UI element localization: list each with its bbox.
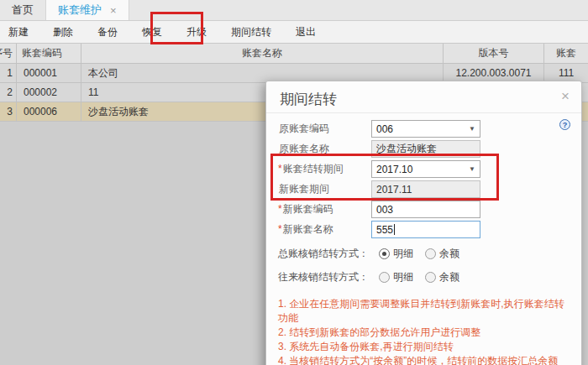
source-code-dropdown[interactable]: 006 ▼ xyxy=(371,120,480,138)
note-4: 4. 当核销结转方式为“按余额”的时候，结转前的数据按汇总余额进行账龄分析，结转… xyxy=(278,354,567,365)
source-code-label: 原账套编码 xyxy=(279,123,329,134)
source-code-value: 006 xyxy=(376,123,393,135)
table-header-row: 序号 账套编码 账套名称 版本号 账套 xyxy=(0,44,588,64)
column-header-code: 账套编码 xyxy=(17,44,81,63)
current-accounts-method-label: 往来核销结转方式： xyxy=(278,270,371,284)
period-carryover-dialog: 期间结转 × ? 原账套编码 006 ▼ 原账套名称 沙盘活动账套 *账套结转期… xyxy=(265,81,582,365)
dialog-close-icon[interactable]: × xyxy=(561,89,570,103)
new-code-value: 003 xyxy=(376,204,393,216)
close-tab-icon[interactable]: × xyxy=(110,5,117,16)
radio-unselected-icon[interactable] xyxy=(425,272,436,283)
radio-row-current-accounts: 往来核销结转方式： 明细 余额 xyxy=(278,269,566,285)
column-header-index: 序号 xyxy=(0,44,17,63)
cell-code: 000001 xyxy=(17,64,81,82)
help-icon[interactable]: ? xyxy=(559,119,570,130)
note-3: 3. 系统先自动备份账套,再进行期间结转 xyxy=(278,340,567,354)
chevron-down-icon: ▼ xyxy=(469,126,475,133)
cell-index: 2 xyxy=(0,83,17,102)
toolbar: 新建 删除 备份 恢复 升级 期间结转 退出 xyxy=(0,21,588,44)
note-1: 1. 企业在任意期间需要调整账目并结转到新账套时,执行账套结转功能 xyxy=(278,297,567,326)
tab-label: 账套维护 xyxy=(58,3,102,18)
cell-extra: 111 xyxy=(544,64,588,82)
tab-bar: 首页 账套维护 × xyxy=(0,0,588,21)
field-row-source-code: 原账套编码 006 ▼ xyxy=(278,120,566,138)
backup-button[interactable]: 备份 xyxy=(91,22,124,43)
column-header-name: 账套名称 xyxy=(81,44,444,63)
tab-home-label: 首页 xyxy=(12,3,34,18)
new-code-input[interactable]: 003 xyxy=(371,201,480,218)
annotation-box-period-button xyxy=(150,12,203,44)
column-header-clipped: 账套 xyxy=(544,44,588,63)
new-name-label: 新账套名称 xyxy=(283,223,333,235)
cell-version: 12.200.003.0071 xyxy=(444,64,544,82)
instruction-notes: 1. 企业在任意期间需要调整账目并结转到新账套时,执行账套结转功能 2. 结转到… xyxy=(278,297,567,365)
exit-button[interactable]: 退出 xyxy=(289,22,323,43)
radio-row-general-ledger: 总账核销结转方式： 明细 余额 xyxy=(278,245,566,262)
app-window: 首页 账套维护 × 新建 删除 备份 恢复 升级 期间结转 退出 序号 账套编码… xyxy=(0,0,588,365)
tab-account-set-maintenance[interactable]: 账套维护 × xyxy=(45,0,129,20)
radio-option-detail[interactable]: 明细 xyxy=(379,270,413,284)
cell-index: 3 xyxy=(0,102,17,121)
new-code-label: 新账套编码 xyxy=(283,203,333,215)
period-carryover-button[interactable]: 期间结转 xyxy=(224,22,278,43)
note-2: 2. 结转到新账套的部分数据允许用户进行调整 xyxy=(278,326,567,340)
annotation-box-period-fields xyxy=(270,154,499,201)
new-button[interactable]: 新建 xyxy=(2,22,35,43)
source-name-label: 原账套名称 xyxy=(279,143,329,154)
required-marker: * xyxy=(278,203,282,215)
cell-name: 本公司 xyxy=(81,64,444,82)
radio-selected-icon[interactable] xyxy=(379,248,390,259)
radio-unselected-icon[interactable] xyxy=(379,272,390,283)
cell-code: 000006 xyxy=(17,102,81,121)
radio-unselected-icon[interactable] xyxy=(425,248,436,259)
radio-option-detail[interactable]: 明细 xyxy=(379,247,413,261)
new-name-value: 555 xyxy=(376,224,393,236)
text-cursor xyxy=(394,224,395,235)
cell-code: 000002 xyxy=(17,83,81,102)
delete-button[interactable]: 删除 xyxy=(46,22,80,43)
tab-home[interactable]: 首页 xyxy=(0,0,45,20)
field-row-new-name: *新账套名称 555 xyxy=(278,221,566,238)
general-ledger-method-label: 总账核销结转方式： xyxy=(278,247,371,261)
radio-option-balance[interactable]: 余额 xyxy=(425,270,459,284)
column-header-version: 版本号 xyxy=(444,44,544,63)
radio-option-balance[interactable]: 余额 xyxy=(425,247,459,261)
new-name-input[interactable]: 555 xyxy=(371,221,480,238)
field-row-new-code: *新账套编码 003 xyxy=(278,201,566,218)
dialog-title: 期间结转 xyxy=(266,81,581,113)
cell-index: 1 xyxy=(0,64,17,82)
required-marker: * xyxy=(278,223,282,235)
dialog-body: ? 原账套编码 006 ▼ 原账套名称 沙盘活动账套 *账套结转期间 2017.… xyxy=(266,113,581,365)
